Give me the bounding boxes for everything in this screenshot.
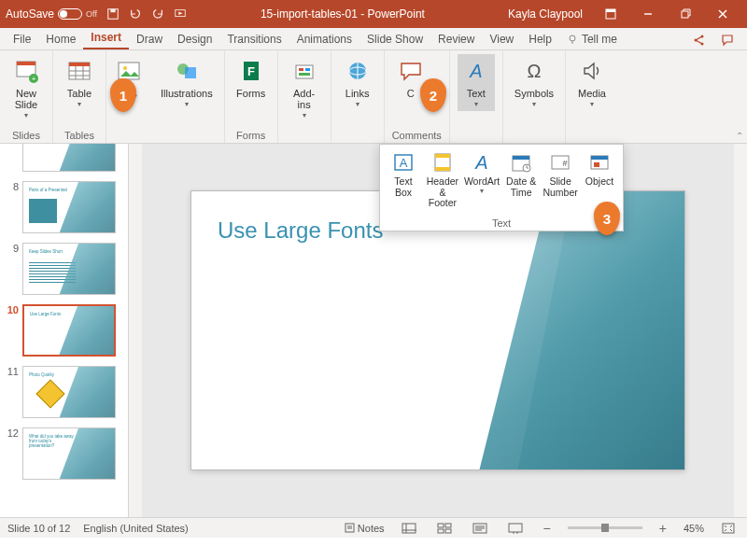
slideshow-view-icon[interactable] [504,521,527,536]
quick-access-toolbar [106,7,187,21]
tab-transitions[interactable]: Transitions [219,29,289,49]
group-symbols-label [511,128,557,141]
slide-background-art [442,190,685,470]
date-time-button[interactable]: Date & Time [503,148,539,211]
zoom-slider-thumb[interactable] [601,524,609,532]
thumb-number: 12 [6,427,19,439]
chevron-down-icon: ▾ [185,101,189,109]
slide-thumb-10[interactable]: Use Large Fonts [22,304,116,357]
links-button[interactable]: Links ▾ [339,54,376,111]
slide-title[interactable]: Use Large Fonts [218,217,383,244]
object-button[interactable]: Object [582,148,617,211]
slide-thumb-11[interactable]: Photo Quality [22,366,116,418]
collapse-ribbon-icon[interactable]: ⌃ [736,131,743,141]
illustrations-button[interactable]: Illustrations ▾ [157,54,217,111]
svg-point-11 [695,39,698,42]
thumb-text: Photo Quality [29,372,54,377]
svg-rect-64 [445,529,451,533]
fit-to-window-icon[interactable] [717,521,740,536]
user-name[interactable]: Kayla Claypool [508,7,583,21]
svg-rect-46 [513,156,529,160]
new-slide-button[interactable]: + New Slide ▾ [7,54,45,122]
text-icon: A [461,56,491,86]
shapes-icon [172,56,202,86]
stage-scrollbar[interactable] [734,144,747,517]
language-status[interactable]: English (United States) [83,523,189,534]
svg-rect-72 [723,524,734,533]
thumb-number: 9 [6,243,19,254]
symbols-label: Symbols [514,88,554,99]
media-button[interactable]: Media ▾ [573,54,611,111]
svg-text:#: # [563,159,568,168]
forms-icon: F [236,56,266,86]
slide-thumb-8[interactable]: Parts of a Presentati [22,181,116,233]
normal-view-icon[interactable] [398,521,420,536]
symbols-button[interactable]: Ω Symbols ▾ [511,54,557,111]
group-images-label [110,128,217,141]
notes-icon [345,523,355,533]
wordart-button[interactable]: A WordArt ▾ [464,148,500,211]
svg-rect-63 [438,529,444,533]
document-title: 15-import-tables-01 - PowerPoint [187,7,499,21]
addins-button[interactable]: Add- ins ▾ [286,54,323,122]
header-footer-button[interactable]: Header & Footer [425,148,460,211]
slide-thumb-9[interactable]: Keep Slides Short [22,243,116,295]
zoom-out-icon[interactable]: − [540,521,555,536]
tab-view[interactable]: View [482,29,521,49]
group-tables: Table ▾ Tables [53,50,106,143]
save-icon[interactable] [106,7,120,21]
object-icon [587,150,612,175]
zoom-slider[interactable] [568,526,642,529]
svg-rect-15 [17,62,35,65]
zoom-level[interactable]: 45% [684,523,704,534]
tab-animations[interactable]: Animations [289,29,359,49]
forms-button[interactable]: F Forms [233,54,270,101]
minimize-icon[interactable] [629,0,667,28]
slide-counter[interactable]: Slide 10 of 12 [7,523,70,534]
svg-rect-61 [438,524,444,527]
tab-help[interactable]: Help [521,29,559,49]
comments-icon[interactable] [713,34,741,49]
slide-thumb-7[interactable] [22,144,116,172]
text-button[interactable]: A Text ▾ [458,54,495,111]
tab-insert[interactable]: Insert [83,27,129,49]
tab-design[interactable]: Design [170,29,219,49]
chevron-down-icon: ▾ [78,101,81,109]
group-addins-label [286,128,323,141]
textbox-button[interactable]: A Text Box [386,148,421,211]
addins-label: Add- ins [293,88,315,110]
thumb-number: 11 [6,366,19,377]
undo-icon[interactable] [129,7,142,21]
group-media: Media ▾ [566,50,618,143]
ribbon-display-icon[interactable] [592,0,629,28]
tab-home[interactable]: Home [38,29,83,49]
tab-draw[interactable]: Draw [129,29,170,49]
tab-file[interactable]: File [6,29,38,49]
slide-thumb-12[interactable]: What did you take away from today's pres… [22,427,116,480]
restore-icon[interactable] [667,0,704,28]
tab-review[interactable]: Review [430,29,482,49]
table-button[interactable]: Table ▾ [61,54,98,111]
slide-number-button[interactable]: # Slide Number [543,148,578,211]
group-links-label [339,128,376,141]
notes-toggle[interactable]: Notes [345,523,385,534]
autosave-toggle[interactable]: AutoSave Off [6,7,97,21]
thumbnails-scrollbar[interactable] [129,144,142,517]
sorter-view-icon[interactable] [433,521,456,536]
close-icon[interactable] [704,0,741,28]
redo-icon[interactable] [151,7,164,21]
flyout-label: Text [386,217,617,229]
comment-label: C [407,88,415,99]
start-from-beginning-icon[interactable] [174,7,187,21]
svg-point-12 [701,35,704,38]
tell-me[interactable]: Tell me [559,29,625,49]
chevron-down-icon: ▾ [480,188,484,196]
warning-sign-icon [35,379,64,408]
chevron-down-icon: ▾ [356,101,359,109]
zoom-in-icon[interactable]: + [655,521,670,536]
reading-view-icon[interactable] [469,521,491,536]
tab-slideshow[interactable]: Slide Show [359,29,430,49]
svg-rect-1 [110,9,115,13]
share-icon[interactable] [685,34,713,49]
group-links: Links ▾ [331,50,385,143]
